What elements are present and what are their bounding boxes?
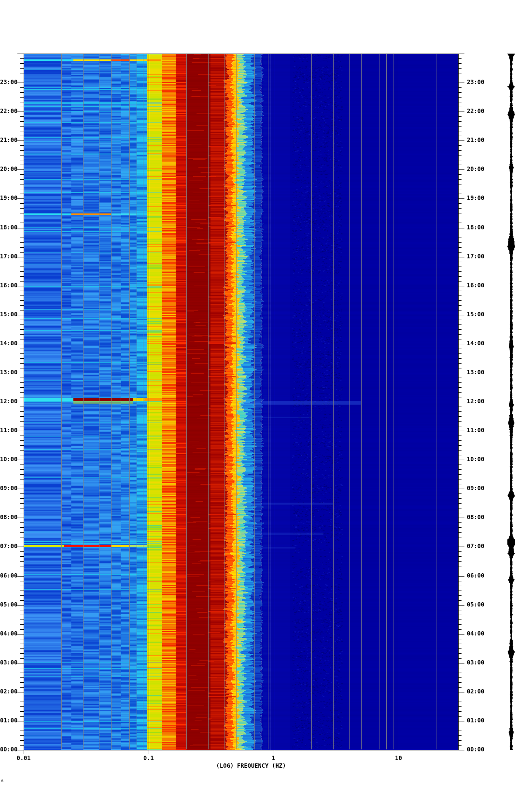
time-label-left-03:00: 03:00 bbox=[0, 660, 17, 666]
time-label-right-17:00: 17:00 bbox=[467, 254, 484, 260]
spectrogram-page: OPGC UTC Oct25,2025 GARF HHZ FR 00 UTC 0… bbox=[0, 0, 532, 789]
time-label-right-05:00: 05:00 bbox=[467, 602, 484, 608]
time-label-right-08:00: 08:00 bbox=[467, 514, 484, 521]
spectrogram-canvas bbox=[0, 0, 532, 789]
time-label-left-15:00: 15:00 bbox=[0, 311, 17, 318]
time-label-right-19:00: 19:00 bbox=[467, 195, 484, 201]
time-label-left-06:00: 06:00 bbox=[0, 573, 17, 579]
time-label-right-06:00: 06:00 bbox=[467, 573, 484, 579]
time-label-left-20:00: 20:00 bbox=[0, 166, 17, 172]
time-label-left-02:00: 02:00 bbox=[0, 689, 17, 695]
corner-mark: ʌ bbox=[1, 778, 3, 783]
time-label-left-13:00: 13:00 bbox=[0, 369, 17, 376]
time-label-left-19:00: 19:00 bbox=[0, 195, 17, 201]
time-label-right-23:00: 23:00 bbox=[467, 79, 484, 85]
time-label-right-09:00: 09:00 bbox=[467, 485, 484, 492]
time-label-right-22:00: 22:00 bbox=[467, 108, 484, 114]
time-label-left-17:00: 17:00 bbox=[0, 254, 17, 260]
time-label-left-07:00: 07:00 bbox=[0, 543, 17, 549]
time-label-left-05:00: 05:00 bbox=[0, 602, 17, 608]
time-label-right-07:00: 07:00 bbox=[467, 543, 484, 549]
time-label-left-04:00: 04:00 bbox=[0, 631, 17, 637]
freq-tick-label-0.1: 0.1 bbox=[134, 755, 163, 761]
time-label-left-09:00: 09:00 bbox=[0, 485, 17, 492]
time-label-right-15:00: 15:00 bbox=[467, 311, 484, 318]
time-label-right-04:00: 04:00 bbox=[467, 631, 484, 637]
time-label-right-12:00: 12:00 bbox=[467, 398, 484, 405]
time-label-left-10:00: 10:00 bbox=[0, 456, 17, 463]
time-label-left-18:00: 18:00 bbox=[0, 225, 17, 231]
time-label-right-20:00: 20:00 bbox=[467, 166, 484, 172]
time-label-left-11:00: 11:00 bbox=[0, 427, 17, 434]
freq-tick-label-1: 1 bbox=[259, 755, 288, 761]
time-label-left-21:00: 21:00 bbox=[0, 137, 17, 143]
time-label-left-12:00: 12:00 bbox=[0, 398, 17, 405]
freq-tick-label-10: 10 bbox=[384, 755, 413, 761]
time-label-left-14:00: 14:00 bbox=[0, 340, 17, 347]
time-label-right-14:00: 14:00 bbox=[467, 340, 484, 347]
time-label-right-11:00: 11:00 bbox=[467, 427, 484, 434]
time-label-right-10:00: 10:00 bbox=[467, 456, 484, 463]
time-label-right-01:00: 01:00 bbox=[467, 718, 484, 724]
time-label-right-18:00: 18:00 bbox=[467, 225, 484, 231]
time-label-left-01:00: 01:00 bbox=[0, 718, 17, 724]
time-label-left-08:00: 08:00 bbox=[0, 514, 17, 521]
time-label-right-02:00: 02:00 bbox=[467, 689, 484, 695]
time-label-left-23:00: 23:00 bbox=[0, 79, 17, 85]
time-label-left-22:00: 22:00 bbox=[0, 108, 17, 114]
time-label-right-21:00: 21:00 bbox=[467, 137, 484, 143]
time-label-right-16:00: 16:00 bbox=[467, 282, 484, 289]
freq-tick-label-0.01: 0.01 bbox=[9, 755, 38, 761]
time-label-left-16:00: 16:00 bbox=[0, 282, 17, 289]
freq-axis-title: (LOG) FREQUENCY (HZ) bbox=[179, 762, 323, 769]
time-label-right-03:00: 03:00 bbox=[467, 660, 484, 666]
time-label-right-13:00: 13:00 bbox=[467, 369, 484, 376]
time-label-right-00:00: 00:00 bbox=[467, 747, 484, 753]
time-label-left-00:00: 00:00 bbox=[0, 747, 17, 753]
